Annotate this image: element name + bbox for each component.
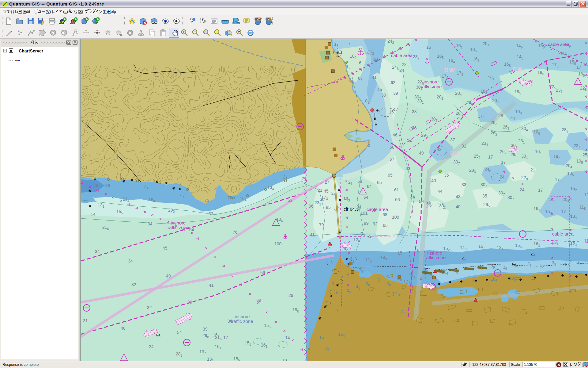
svg-text:32: 32: [131, 282, 136, 287]
svg-text:61: 61: [394, 187, 399, 192]
svg-text:24: 24: [149, 344, 154, 349]
svg-text:28: 28: [498, 113, 503, 118]
svg-text:21: 21: [530, 167, 535, 172]
svg-text:17: 17: [538, 188, 543, 193]
svg-text:40: 40: [431, 178, 436, 183]
svg-text:101: 101: [360, 211, 368, 216]
svg-text:49: 49: [166, 274, 171, 278]
svg-text:96: 96: [309, 204, 314, 209]
svg-text:89: 89: [364, 221, 369, 226]
svg-text:40: 40: [121, 326, 126, 331]
svg-text:41: 41: [209, 283, 214, 288]
svg-text:24: 24: [500, 174, 505, 179]
svg-text:28: 28: [456, 111, 461, 116]
svg-text:DW: DW: [444, 67, 455, 74]
svg-text:54: 54: [189, 227, 194, 232]
svg-text:24: 24: [399, 68, 404, 73]
svg-text:17: 17: [511, 116, 516, 121]
svg-text:3: 3: [377, 278, 380, 282]
svg-text:DW: DW: [513, 66, 523, 72]
svg-text:66: 66: [395, 197, 400, 202]
svg-text:39: 39: [187, 300, 192, 305]
svg-text:58: 58: [419, 199, 424, 204]
svg-text:79: 79: [319, 222, 324, 227]
svg-text:44: 44: [438, 189, 443, 194]
svg-text:35: 35: [444, 173, 449, 178]
svg-text:29: 29: [288, 293, 293, 298]
svg-text:52: 52: [405, 166, 410, 171]
svg-text:73: 73: [205, 198, 209, 203]
svg-text:41: 41: [372, 75, 377, 80]
svg-text:57: 57: [390, 157, 394, 162]
svg-text:46: 46: [393, 132, 398, 137]
svg-text:6: 6: [331, 281, 334, 286]
svg-text:2: 2: [341, 275, 343, 280]
svg-text:17: 17: [223, 335, 228, 340]
svg-text:49: 49: [419, 151, 424, 155]
svg-text:21: 21: [318, 188, 322, 193]
svg-text:17: 17: [488, 155, 493, 159]
svg-text:traffic zone: traffic zone: [423, 255, 446, 260]
svg-text:47: 47: [393, 107, 398, 112]
svg-text:56: 56: [390, 145, 394, 150]
svg-text:14: 14: [285, 335, 290, 340]
svg-text:24: 24: [520, 187, 525, 192]
svg-text:65: 65: [383, 223, 388, 228]
svg-text:34: 34: [128, 259, 133, 263]
svg-text:15: 15: [319, 335, 324, 340]
svg-text:35: 35: [482, 194, 487, 198]
svg-text:32: 32: [209, 211, 213, 216]
svg-text:PA: PA: [156, 333, 161, 337]
svg-text:64: 64: [367, 184, 372, 189]
svg-text:93: 93: [371, 208, 376, 213]
svg-text:54: 54: [177, 330, 182, 335]
svg-text:31: 31: [462, 144, 466, 148]
svg-text:92: 92: [373, 221, 378, 226]
svg-text:32: 32: [147, 305, 152, 310]
svg-text:43: 43: [456, 194, 461, 199]
svg-text:36: 36: [228, 319, 232, 324]
svg-text:traffic zone: traffic zone: [231, 319, 253, 324]
svg-text:76: 76: [233, 230, 238, 235]
svg-text:53: 53: [288, 198, 292, 203]
svg-text:HOM: HOM: [266, 18, 271, 20]
svg-text:34: 34: [95, 249, 100, 254]
svg-text:50: 50: [320, 197, 325, 202]
svg-text:cable area: cable area: [367, 207, 388, 212]
svg-text:DW: DW: [450, 150, 461, 156]
svg-text:100: 100: [392, 215, 399, 220]
svg-text:46: 46: [412, 125, 417, 130]
svg-text:6: 6: [359, 60, 361, 65]
svg-text:45: 45: [163, 246, 168, 251]
svg-text:HOME: HOME: [255, 18, 262, 20]
svg-text:27: 27: [325, 180, 330, 185]
svg-text:100: 100: [274, 241, 282, 246]
svg-text:45: 45: [95, 183, 100, 188]
svg-text:45: 45: [377, 87, 382, 92]
svg-text:cable area: cable area: [391, 53, 413, 58]
svg-text:41: 41: [310, 232, 315, 237]
svg-text:65: 65: [388, 173, 393, 178]
svg-text:cable area: cable area: [552, 231, 574, 236]
svg-text:17: 17: [180, 194, 185, 199]
svg-text:33: 33: [462, 182, 466, 187]
svg-text:45: 45: [324, 189, 329, 194]
svg-text:38: 38: [412, 109, 417, 114]
svg-text:inshore: inshore: [424, 79, 439, 84]
svg-text:94: 94: [356, 205, 361, 209]
svg-text:39: 39: [256, 298, 261, 303]
svg-text:76: 76: [228, 195, 232, 200]
svg-text:17: 17: [561, 209, 566, 214]
svg-text:42: 42: [437, 147, 442, 152]
svg-text:85: 85: [326, 205, 331, 210]
svg-text:15: 15: [398, 251, 402, 255]
svg-text:39: 39: [393, 91, 398, 96]
svg-text:37: 37: [450, 137, 455, 142]
svg-text:58: 58: [357, 179, 362, 184]
svg-text:64: 64: [364, 195, 368, 200]
svg-text:17: 17: [576, 65, 581, 70]
svg-text:68: 68: [383, 212, 387, 217]
svg-text:17: 17: [501, 160, 506, 165]
svg-text:34: 34: [148, 221, 153, 226]
svg-text:65: 65: [377, 180, 382, 185]
